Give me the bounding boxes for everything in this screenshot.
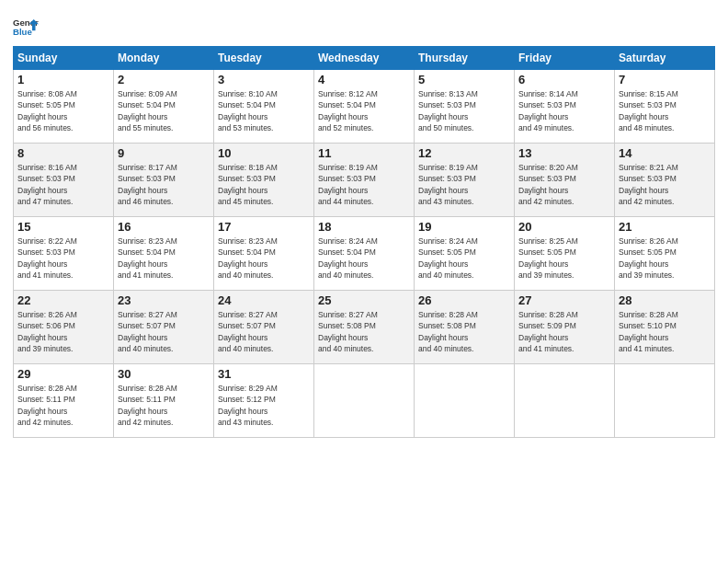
day-number: 31 — [218, 367, 310, 381]
day-number: 14 — [619, 146, 711, 160]
calendar-cell: 24 Sunrise: 8:27 AM Sunset: 5:07 PM Dayl… — [214, 291, 314, 364]
sunset-label: Sunset: 5:03 PM — [619, 174, 677, 183]
calendar-week-2: 8 Sunrise: 8:16 AM Sunset: 5:03 PM Dayli… — [14, 144, 715, 217]
day-info: Sunrise: 8:21 AM Sunset: 5:03 PM Dayligh… — [619, 162, 711, 207]
daylight-value: and 46 minutes. — [118, 197, 173, 206]
sunset-label: Sunset: 5:04 PM — [118, 100, 176, 109]
daylight-label: Daylight hours — [318, 259, 368, 269]
day-info: Sunrise: 8:08 AM Sunset: 5:05 PM Dayligh… — [17, 88, 109, 133]
sunrise-label: Sunrise: 8:28 AM — [619, 310, 678, 319]
daylight-value: and 55 minutes. — [118, 123, 173, 132]
sunset-label: Sunset: 5:06 PM — [17, 321, 75, 330]
day-number: 5 — [418, 73, 510, 86]
calendar-cell: 5 Sunrise: 8:13 AM Sunset: 5:03 PM Dayli… — [415, 70, 515, 144]
sunset-label: Sunset: 5:04 PM — [218, 100, 276, 109]
daylight-value: and 44 minutes. — [318, 197, 373, 206]
day-number: 18 — [318, 220, 410, 234]
daylight-value: and 48 minutes. — [619, 123, 674, 132]
calendar-cell: 22 Sunrise: 8:26 AM Sunset: 5:06 PM Dayl… — [14, 291, 114, 364]
sunset-label: Sunset: 5:04 PM — [318, 247, 376, 257]
calendar-cell — [314, 364, 415, 438]
daylight-label: Daylight hours — [619, 259, 668, 269]
calendar-cell — [615, 364, 715, 438]
calendar-cell: 29 Sunrise: 8:28 AM Sunset: 5:11 PM Dayl… — [14, 364, 114, 438]
daylight-label: Daylight hours — [518, 259, 568, 269]
day-number: 20 — [518, 220, 610, 234]
sunset-label: Sunset: 5:03 PM — [418, 174, 476, 183]
sunrise-label: Sunrise: 8:21 AM — [619, 163, 678, 172]
day-info: Sunrise: 8:13 AM Sunset: 5:03 PM Dayligh… — [418, 88, 510, 133]
daylight-label: Daylight hours — [318, 112, 368, 121]
daylight-value: and 42 minutes. — [518, 197, 574, 206]
sunset-label: Sunset: 5:03 PM — [17, 174, 75, 183]
daylight-value: and 52 minutes. — [318, 123, 373, 132]
sunrise-label: Sunrise: 8:27 AM — [318, 310, 378, 319]
daylight-value: and 56 minutes. — [17, 123, 73, 132]
sunrise-label: Sunrise: 8:18 AM — [218, 163, 278, 172]
calendar-cell: 10 Sunrise: 8:18 AM Sunset: 5:03 PM Dayl… — [214, 144, 314, 217]
daylight-label: Daylight hours — [218, 407, 267, 416]
day-info: Sunrise: 8:27 AM Sunset: 5:08 PM Dayligh… — [318, 309, 410, 354]
daylight-label: Daylight hours — [619, 112, 668, 121]
daylight-value: and 41 minutes. — [17, 270, 73, 280]
col-friday: Friday — [515, 47, 615, 70]
daylight-label: Daylight hours — [118, 259, 167, 269]
calendar-cell: 17 Sunrise: 8:23 AM Sunset: 5:04 PM Dayl… — [214, 217, 314, 291]
day-number: 19 — [418, 220, 510, 234]
daylight-value: and 45 minutes. — [218, 197, 273, 206]
sunrise-label: Sunrise: 8:19 AM — [318, 163, 378, 172]
sunrise-label: Sunrise: 8:10 AM — [218, 89, 278, 98]
calendar-cell: 16 Sunrise: 8:23 AM Sunset: 5:04 PM Dayl… — [114, 217, 214, 291]
day-number: 13 — [518, 146, 610, 160]
day-info: Sunrise: 8:19 AM Sunset: 5:03 PM Dayligh… — [318, 162, 410, 207]
day-info: Sunrise: 8:19 AM Sunset: 5:03 PM Dayligh… — [418, 162, 510, 207]
sunrise-label: Sunrise: 8:17 AM — [118, 163, 177, 172]
sunrise-label: Sunrise: 8:26 AM — [619, 236, 678, 246]
day-number: 29 — [17, 367, 109, 381]
day-info: Sunrise: 8:09 AM Sunset: 5:04 PM Dayligh… — [118, 88, 210, 133]
col-monday: Monday — [114, 47, 214, 70]
calendar-cell: 11 Sunrise: 8:19 AM Sunset: 5:03 PM Dayl… — [314, 144, 415, 217]
sunrise-label: Sunrise: 8:14 AM — [518, 89, 578, 98]
sunset-label: Sunset: 5:03 PM — [518, 100, 576, 109]
sunrise-label: Sunrise: 8:28 AM — [518, 310, 578, 319]
daylight-value: and 39 minutes. — [619, 270, 674, 280]
day-info: Sunrise: 8:28 AM Sunset: 5:10 PM Dayligh… — [619, 309, 711, 354]
day-number: 27 — [518, 293, 610, 307]
calendar-cell: 26 Sunrise: 8:28 AM Sunset: 5:08 PM Dayl… — [415, 291, 515, 364]
daylight-value: and 43 minutes. — [218, 418, 273, 427]
sunset-label: Sunset: 5:08 PM — [418, 321, 476, 330]
daylight-value: and 41 minutes. — [118, 270, 173, 280]
day-number: 26 — [418, 293, 510, 307]
sunset-label: Sunset: 5:11 PM — [17, 395, 75, 404]
sunrise-label: Sunrise: 8:27 AM — [218, 310, 278, 319]
daylight-value: and 43 minutes. — [418, 197, 473, 206]
day-number: 4 — [318, 73, 410, 86]
day-info: Sunrise: 8:25 AM Sunset: 5:05 PM Dayligh… — [518, 236, 610, 281]
day-info: Sunrise: 8:12 AM Sunset: 5:04 PM Dayligh… — [318, 88, 410, 133]
day-info: Sunrise: 8:15 AM Sunset: 5:03 PM Dayligh… — [619, 88, 711, 133]
daylight-value: and 42 minutes. — [619, 197, 674, 206]
calendar-week-4: 22 Sunrise: 8:26 AM Sunset: 5:06 PM Dayl… — [14, 291, 715, 364]
sunrise-label: Sunrise: 8:20 AM — [518, 163, 578, 172]
sunrise-label: Sunrise: 8:28 AM — [17, 384, 77, 393]
daylight-label: Daylight hours — [518, 333, 568, 342]
calendar-cell: 31 Sunrise: 8:29 AM Sunset: 5:12 PM Dayl… — [214, 364, 314, 438]
daylight-value: and 40 minutes. — [318, 344, 373, 353]
daylight-value: and 39 minutes. — [17, 344, 73, 353]
day-number: 16 — [118, 220, 210, 234]
day-number: 25 — [318, 293, 410, 307]
daylight-label: Daylight hours — [518, 186, 568, 195]
sunset-label: Sunset: 5:09 PM — [518, 321, 576, 330]
calendar-cell: 25 Sunrise: 8:27 AM Sunset: 5:08 PM Dayl… — [314, 291, 415, 364]
sunrise-label: Sunrise: 8:28 AM — [418, 310, 478, 319]
daylight-label: Daylight hours — [619, 186, 668, 195]
daylight-label: Daylight hours — [118, 112, 167, 121]
logo: General Blue — [13, 13, 39, 39]
calendar-body: 1 Sunrise: 8:08 AM Sunset: 5:05 PM Dayli… — [14, 70, 715, 438]
calendar-cell: 4 Sunrise: 8:12 AM Sunset: 5:04 PM Dayli… — [314, 70, 415, 144]
sunrise-label: Sunrise: 8:23 AM — [118, 236, 177, 246]
daylight-value: and 39 minutes. — [518, 270, 574, 280]
daylight-value: and 41 minutes. — [619, 344, 674, 353]
daylight-value: and 47 minutes. — [17, 197, 73, 206]
